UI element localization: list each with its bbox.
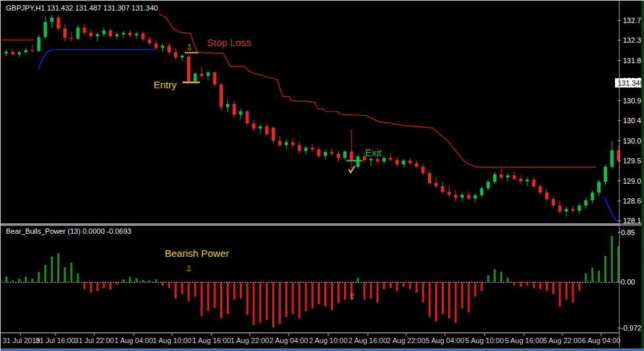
power-bar [468, 283, 470, 313]
pane-divider [1, 223, 619, 226]
power-bar [38, 272, 40, 283]
candle-body [278, 141, 281, 146]
time-tick-label: 5 Aug 04:00 [426, 337, 465, 344]
time-tick-label: 31 Jul 2019 [3, 337, 40, 344]
candle-body [258, 126, 262, 128]
candle-body [76, 28, 80, 39]
candle-body [213, 72, 216, 84]
candle-body [343, 151, 347, 158]
candle-body [115, 34, 119, 36]
power-bar [611, 236, 613, 282]
symbol-ohlc-header: GBPJPY,H1 131.432 131.487 131.307 131.34… [6, 4, 158, 12]
candle-body [89, 33, 92, 36]
power-bar [331, 283, 333, 310]
candle-body [519, 178, 523, 181]
candle-body [83, 28, 86, 33]
power-bar [90, 283, 92, 293]
candle-body [591, 192, 594, 200]
power-bar [598, 271, 600, 283]
power-bar [591, 268, 593, 283]
price-tick-label: 129.535 [623, 157, 644, 165]
power-bar [383, 283, 385, 290]
power-bar [520, 283, 522, 287]
time-tick-label: 2 Aug 16:00 [349, 337, 388, 344]
bearish-power-label: Bearish Power [165, 248, 229, 259]
power-bar [84, 283, 86, 290]
candle-body [448, 192, 451, 195]
candle-body [369, 159, 372, 160]
pane-divider-axis [619, 223, 644, 226]
power-bar [324, 283, 326, 307]
candle-body [298, 145, 301, 151]
power-bar [435, 283, 437, 322]
power-bar [409, 283, 411, 290]
candle-body [571, 209, 575, 211]
candle-body [376, 159, 379, 161]
candle-body [31, 50, 34, 51]
chart-canvas[interactable]: Stop Loss⇩EntryExit 132.785132.325131.86… [1, 1, 644, 351]
time-tick-label: 1 Aug 04:00 [115, 337, 154, 344]
power-bar [370, 283, 372, 299]
candle-body [194, 74, 197, 81]
power-bar [305, 283, 307, 311]
candle-body [330, 152, 334, 154]
power-bar [442, 283, 444, 314]
candle-body [161, 45, 164, 47]
power-bar [220, 283, 222, 319]
price-tick-label: 130.930 [623, 97, 644, 105]
power-bar [396, 283, 398, 291]
power-bar [481, 283, 483, 291]
power-bar [5, 277, 7, 283]
power-bar [12, 281, 14, 283]
candle-body [402, 161, 405, 165]
candle-body [454, 195, 457, 198]
power-bar [285, 283, 287, 317]
power-bar [148, 281, 150, 283]
candle-body [480, 188, 483, 196]
candle-body [337, 153, 340, 158]
power-bar [103, 283, 105, 288]
time-tick-label: 5 Aug 10:00 [465, 337, 504, 344]
candle-body [246, 111, 249, 123]
power-bar [539, 283, 541, 290]
candle-body [109, 30, 112, 36]
power-bar [96, 283, 98, 291]
power-bar [337, 283, 339, 304]
candle-body [11, 52, 15, 55]
power-bar [546, 283, 548, 291]
bearish-power-arrow-icon: ⇩ [185, 264, 192, 274]
power-bar [71, 263, 73, 283]
candle-body [122, 33, 125, 35]
power-bar [181, 283, 183, 294]
power-bar [51, 257, 53, 283]
power-bar [214, 283, 216, 308]
power-bar [415, 283, 417, 293]
indicator-tick-label: 0.00 [621, 278, 635, 286]
window-edge-right [641, 1, 644, 351]
candle-body [552, 199, 555, 205]
time-tick-label: 1 Aug 10:00 [153, 337, 192, 344]
candle-body [604, 167, 607, 182]
candle-body [233, 104, 236, 115]
time-tick-label: 1 Aug 22:00 [231, 337, 270, 344]
candle-body [409, 161, 412, 163]
candle-body [506, 175, 510, 177]
power-bar [207, 283, 209, 311]
time-tick-label: 1 Aug 16:00 [192, 337, 231, 344]
candle-body [310, 148, 314, 149]
power-bar [363, 283, 365, 300]
price-tick-label: 132.325 [623, 36, 644, 44]
power-bar [455, 283, 457, 323]
candle-body [167, 45, 171, 52]
candle-body [539, 186, 542, 192]
power-bar [129, 277, 131, 283]
candle-body [129, 33, 132, 36]
power-bar [142, 280, 144, 283]
power-bar [194, 283, 196, 297]
indicator-tick-label: 0.85 [621, 229, 635, 236]
power-bar [57, 254, 59, 283]
window-edge-bottom [1, 348, 644, 351]
power-bar [188, 283, 190, 302]
power-bar [403, 283, 405, 287]
time-tick-label: 31 Jul 22:00 [74, 337, 114, 344]
